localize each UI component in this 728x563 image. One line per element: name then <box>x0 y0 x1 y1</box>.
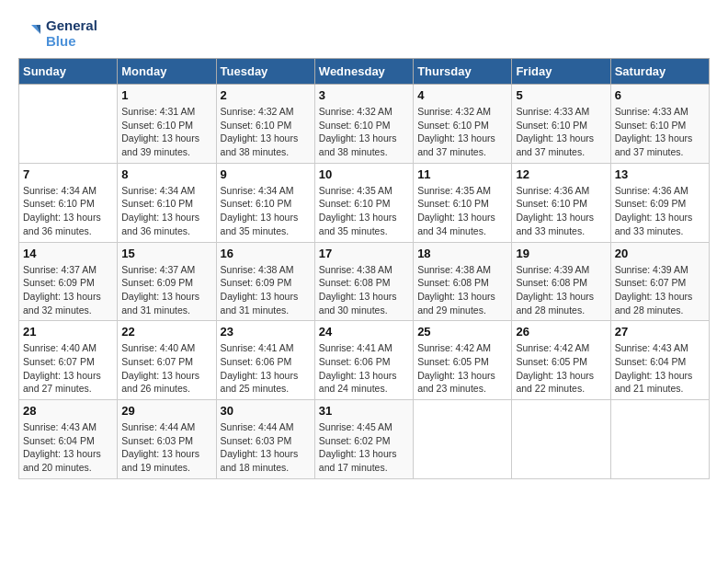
day-number: 13 <box>615 167 705 181</box>
day-number: 17 <box>319 247 409 260</box>
day-number: 27 <box>615 325 705 339</box>
day-detail: Sunrise: 4:32 AMSunset: 6:10 PMDaylight:… <box>319 105 409 159</box>
day-number: 28 <box>23 404 113 418</box>
day-detail: Sunrise: 4:40 AMSunset: 6:07 PMDaylight:… <box>121 341 211 396</box>
calendar-cell: 20Sunrise: 4:39 AMSunset: 6:07 PMDayligh… <box>610 242 709 321</box>
day-number: 5 <box>516 88 606 102</box>
day-detail: Sunrise: 4:34 AMSunset: 6:10 PMDaylight:… <box>221 184 311 238</box>
day-detail: Sunrise: 4:34 AMSunset: 6:10 PMDaylight:… <box>121 184 211 238</box>
calendar-week-row: 28Sunrise: 4:43 AMSunset: 6:04 PMDayligh… <box>19 400 710 479</box>
calendar-cell <box>414 400 512 479</box>
day-detail: Sunrise: 4:43 AMSunset: 6:04 PMDaylight:… <box>615 341 705 396</box>
day-detail: Sunrise: 4:41 AMSunset: 6:06 PMDaylight:… <box>221 341 311 396</box>
day-detail: Sunrise: 4:41 AMSunset: 6:06 PMDaylight:… <box>319 341 409 396</box>
day-detail: Sunrise: 4:35 AMSunset: 6:10 PMDaylight:… <box>417 184 507 238</box>
weekday-header: Monday <box>118 59 216 85</box>
weekday-header: Friday <box>512 59 610 85</box>
day-number: 23 <box>221 325 311 339</box>
day-detail: Sunrise: 4:37 AMSunset: 6:09 PMDaylight:… <box>23 263 113 317</box>
weekday-header: Sunday <box>19 59 118 85</box>
calendar-cell <box>19 85 118 164</box>
calendar-cell: 22Sunrise: 4:40 AMSunset: 6:07 PMDayligh… <box>118 321 216 400</box>
calendar-cell: 26Sunrise: 4:42 AMSunset: 6:05 PMDayligh… <box>512 321 610 400</box>
calendar-week-row: 14Sunrise: 4:37 AMSunset: 6:09 PMDayligh… <box>19 242 710 321</box>
day-number: 9 <box>221 167 311 181</box>
day-detail: Sunrise: 4:38 AMSunset: 6:08 PMDaylight:… <box>319 263 409 317</box>
day-detail: Sunrise: 4:45 AMSunset: 6:02 PMDaylight:… <box>319 420 409 475</box>
day-detail: Sunrise: 4:38 AMSunset: 6:08 PMDaylight:… <box>417 263 507 317</box>
day-detail: Sunrise: 4:42 AMSunset: 6:05 PMDaylight:… <box>417 341 507 396</box>
calendar-cell: 10Sunrise: 4:35 AMSunset: 6:10 PMDayligh… <box>314 163 413 242</box>
calendar-cell: 4Sunrise: 4:32 AMSunset: 6:10 PMDaylight… <box>414 85 512 164</box>
day-detail: Sunrise: 4:36 AMSunset: 6:10 PMDaylight:… <box>516 184 606 238</box>
day-detail: Sunrise: 4:31 AMSunset: 6:10 PMDaylight:… <box>121 105 211 159</box>
calendar-cell: 24Sunrise: 4:41 AMSunset: 6:06 PMDayligh… <box>314 321 413 400</box>
calendar-cell: 31Sunrise: 4:45 AMSunset: 6:02 PMDayligh… <box>314 400 413 479</box>
day-number: 10 <box>319 167 409 181</box>
day-number: 6 <box>615 88 705 102</box>
calendar-cell: 14Sunrise: 4:37 AMSunset: 6:09 PMDayligh… <box>19 242 118 321</box>
day-detail: Sunrise: 4:40 AMSunset: 6:07 PMDaylight:… <box>23 341 113 396</box>
calendar-week-row: 7Sunrise: 4:34 AMSunset: 6:10 PMDaylight… <box>19 163 710 242</box>
day-number: 7 <box>23 167 113 181</box>
page-header: General Blue <box>18 18 710 49</box>
calendar-cell: 29Sunrise: 4:44 AMSunset: 6:03 PMDayligh… <box>118 400 216 479</box>
day-detail: Sunrise: 4:39 AMSunset: 6:07 PMDaylight:… <box>615 263 705 317</box>
day-number: 4 <box>417 88 507 102</box>
day-detail: Sunrise: 4:44 AMSunset: 6:03 PMDaylight:… <box>121 420 211 475</box>
calendar-cell: 30Sunrise: 4:44 AMSunset: 6:03 PMDayligh… <box>216 400 314 479</box>
calendar-cell: 11Sunrise: 4:35 AMSunset: 6:10 PMDayligh… <box>414 163 512 242</box>
day-detail: Sunrise: 4:32 AMSunset: 6:10 PMDaylight:… <box>417 105 507 159</box>
calendar-cell: 17Sunrise: 4:38 AMSunset: 6:08 PMDayligh… <box>314 242 413 321</box>
day-number: 30 <box>221 404 311 418</box>
day-number: 26 <box>516 325 606 339</box>
calendar-cell: 16Sunrise: 4:38 AMSunset: 6:09 PMDayligh… <box>216 242 314 321</box>
day-number: 14 <box>23 247 113 260</box>
day-detail: Sunrise: 4:39 AMSunset: 6:08 PMDaylight:… <box>516 263 606 317</box>
calendar-week-row: 21Sunrise: 4:40 AMSunset: 6:07 PMDayligh… <box>19 321 710 400</box>
weekday-header: Tuesday <box>216 59 314 85</box>
day-number: 22 <box>121 325 211 339</box>
calendar-cell <box>512 400 610 479</box>
day-detail: Sunrise: 4:42 AMSunset: 6:05 PMDaylight:… <box>516 341 606 396</box>
calendar-cell: 9Sunrise: 4:34 AMSunset: 6:10 PMDaylight… <box>216 163 314 242</box>
day-number: 25 <box>417 325 507 339</box>
day-number: 1 <box>121 88 211 102</box>
calendar-cell: 5Sunrise: 4:33 AMSunset: 6:10 PMDaylight… <box>512 85 610 164</box>
calendar-cell: 1Sunrise: 4:31 AMSunset: 6:10 PMDaylight… <box>118 85 216 164</box>
day-detail: Sunrise: 4:34 AMSunset: 6:10 PMDaylight:… <box>23 184 113 238</box>
day-detail: Sunrise: 4:36 AMSunset: 6:09 PMDaylight:… <box>615 184 705 238</box>
calendar-cell: 19Sunrise: 4:39 AMSunset: 6:08 PMDayligh… <box>512 242 610 321</box>
calendar-cell: 6Sunrise: 4:33 AMSunset: 6:10 PMDaylight… <box>610 85 709 164</box>
day-number: 18 <box>417 247 507 260</box>
calendar-cell: 8Sunrise: 4:34 AMSunset: 6:10 PMDaylight… <box>118 163 216 242</box>
weekday-header: Saturday <box>610 59 709 85</box>
calendar-cell: 12Sunrise: 4:36 AMSunset: 6:10 PMDayligh… <box>512 163 610 242</box>
day-number: 24 <box>319 325 409 339</box>
logo-blue-text: Blue <box>46 34 97 50</box>
calendar-cell: 21Sunrise: 4:40 AMSunset: 6:07 PMDayligh… <box>19 321 118 400</box>
calendar-cell: 13Sunrise: 4:36 AMSunset: 6:09 PMDayligh… <box>610 163 709 242</box>
calendar-cell: 25Sunrise: 4:42 AMSunset: 6:05 PMDayligh… <box>414 321 512 400</box>
calendar-cell: 27Sunrise: 4:43 AMSunset: 6:04 PMDayligh… <box>610 321 709 400</box>
calendar-table: SundayMondayTuesdayWednesdayThursdayFrid… <box>18 58 710 479</box>
calendar-cell: 28Sunrise: 4:43 AMSunset: 6:04 PMDayligh… <box>19 400 118 479</box>
calendar-cell: 2Sunrise: 4:32 AMSunset: 6:10 PMDaylight… <box>216 85 314 164</box>
calendar-week-row: 1Sunrise: 4:31 AMSunset: 6:10 PMDaylight… <box>19 85 710 164</box>
weekday-header: Thursday <box>414 59 512 85</box>
day-number: 31 <box>319 404 409 418</box>
day-number: 20 <box>615 247 705 260</box>
day-detail: Sunrise: 4:38 AMSunset: 6:09 PMDaylight:… <box>221 263 311 317</box>
calendar-cell: 15Sunrise: 4:37 AMSunset: 6:09 PMDayligh… <box>118 242 216 321</box>
logo-svg <box>18 21 44 47</box>
day-number: 8 <box>121 167 211 181</box>
day-number: 15 <box>121 247 211 260</box>
day-number: 21 <box>23 325 113 339</box>
day-number: 12 <box>516 167 606 181</box>
day-detail: Sunrise: 4:43 AMSunset: 6:04 PMDaylight:… <box>23 420 113 475</box>
day-detail: Sunrise: 4:33 AMSunset: 6:10 PMDaylight:… <box>615 105 705 159</box>
logo: General Blue <box>18 18 97 49</box>
calendar-cell: 18Sunrise: 4:38 AMSunset: 6:08 PMDayligh… <box>414 242 512 321</box>
day-number: 19 <box>516 247 606 260</box>
logo-general-text: General <box>46 18 97 34</box>
